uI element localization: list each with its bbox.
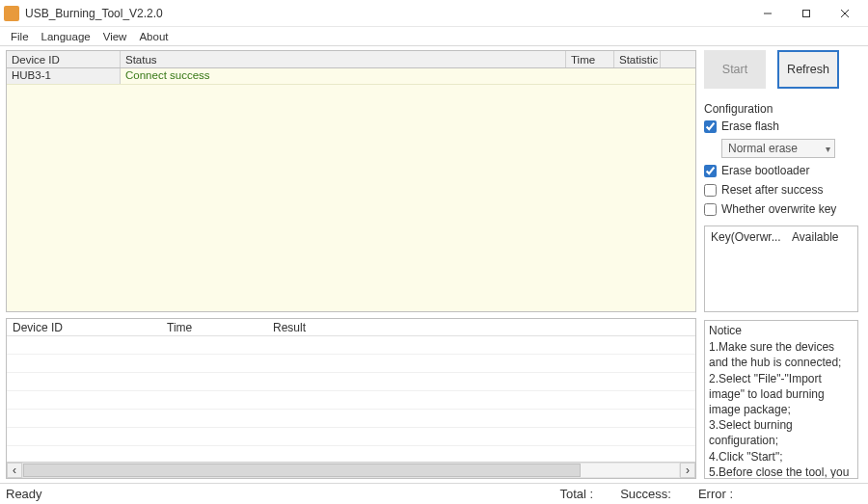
erase-bootloader-label: Erase bootloader	[721, 164, 809, 177]
reset-after-checkbox[interactable]	[704, 184, 717, 197]
erase-flash-label: Erase flash	[721, 119, 779, 133]
result-body	[7, 336, 695, 462]
status-error: Error :	[685, 487, 746, 501]
reset-after-label: Reset after success	[721, 183, 823, 197]
erase-mode-value: Normal erase	[728, 142, 798, 155]
col-header-status[interactable]: Status	[121, 51, 566, 67]
result-row	[7, 410, 695, 428]
result-table-header: Device ID Time Result	[7, 319, 695, 336]
rcol-header-result[interactable]: Result	[267, 319, 695, 335]
col-header-statistic[interactable]: Statistic	[614, 51, 661, 67]
device-table-header: Device ID Status Time Statistic	[7, 51, 695, 68]
svg-rect-1	[803, 10, 810, 16]
horizontal-scrollbar[interactable]: ‹ ›	[7, 462, 695, 478]
window-title: USB_Burning_Tool_V2.2.0	[25, 7, 748, 20]
notice-title: Notice	[709, 323, 854, 338]
close-button[interactable]	[826, 2, 864, 25]
key-table-header: Key(Overwr... Available	[711, 230, 852, 244]
configuration-group: Erase flash Normal erase ▾ Erase bootloa…	[704, 119, 858, 216]
menu-about[interactable]: About	[134, 29, 173, 44]
cell-statistic	[649, 68, 695, 84]
scroll-right-icon[interactable]: ›	[680, 463, 695, 478]
scroll-thumb[interactable]	[23, 464, 581, 477]
overwrite-key-row[interactable]: Whether overwrite key	[704, 202, 858, 216]
notice-box: Notice 1.Make sure the devices and the h…	[704, 320, 858, 479]
status-ready: Ready	[6, 487, 66, 501]
main-area: Device ID Status Time Statistic HUB3-1 C…	[0, 46, 868, 483]
left-column: Device ID Status Time Statistic HUB3-1 C…	[0, 46, 702, 483]
notice-line: 3.Select burning configuration;	[709, 417, 854, 448]
reset-after-row[interactable]: Reset after success	[704, 183, 858, 197]
cell-device-id: HUB3-1	[7, 68, 121, 84]
key-col1: Key(Overwr...	[711, 230, 784, 244]
overwrite-key-label: Whether overwrite key	[721, 202, 836, 216]
cell-time	[601, 68, 649, 84]
notice-line: 2.Select "File"-"Import image" to load b…	[709, 371, 854, 418]
minimize-button[interactable]	[748, 2, 787, 25]
menu-language[interactable]: Language	[37, 29, 95, 44]
start-button[interactable]: Start	[704, 50, 766, 89]
status-total: Total :	[546, 487, 607, 501]
right-panel: Start Refresh Configuration Erase flash …	[702, 46, 868, 483]
erase-flash-row[interactable]: Erase flash	[704, 119, 858, 133]
scroll-track[interactable]	[22, 463, 680, 478]
refresh-button[interactable]: Refresh	[777, 50, 839, 89]
statusbar: Ready Total : Success: Error :	[0, 483, 868, 504]
col-header-extra[interactable]	[661, 51, 695, 67]
cell-status: Connect success	[121, 68, 601, 84]
erase-bootloader-checkbox[interactable]	[704, 165, 717, 177]
table-row[interactable]: HUB3-1 Connect success	[7, 68, 695, 85]
result-table: Device ID Time Result ‹ ›	[6, 318, 696, 479]
erase-flash-checkbox[interactable]	[704, 120, 717, 133]
titlebar: USB_Burning_Tool_V2.2.0	[0, 0, 868, 27]
button-row: Start Refresh	[704, 50, 858, 89]
key-table: Key(Overwr... Available	[704, 225, 858, 312]
status-success: Success:	[607, 487, 685, 501]
key-col2: Available	[792, 230, 838, 244]
configuration-title: Configuration	[704, 102, 858, 116]
app-icon	[4, 6, 19, 21]
rcol-header-device[interactable]: Device ID	[7, 319, 161, 335]
col-header-time[interactable]: Time	[566, 51, 614, 67]
chevron-down-icon: ▾	[826, 144, 830, 154]
notice-line: 1.Make sure the devices and the hub is c…	[709, 339, 854, 370]
menubar: File Language View About	[0, 27, 868, 46]
result-row	[7, 428, 695, 446]
erase-bootloader-row[interactable]: Erase bootloader	[704, 164, 858, 177]
maximize-button[interactable]	[787, 2, 826, 25]
overwrite-key-checkbox[interactable]	[704, 203, 717, 216]
scroll-left-icon[interactable]: ‹	[7, 463, 22, 478]
notice-line: 5.Before close the tool, you need to pul…	[709, 464, 854, 479]
rcol-header-time[interactable]: Time	[161, 319, 267, 335]
menu-file[interactable]: File	[6, 29, 34, 44]
result-row	[7, 373, 695, 391]
notice-line: 4.Click "Start";	[709, 449, 854, 464]
col-header-device[interactable]: Device ID	[7, 51, 121, 67]
menu-view[interactable]: View	[98, 29, 132, 44]
result-row	[7, 336, 695, 355]
result-row	[7, 355, 695, 373]
device-table: Device ID Status Time Statistic HUB3-1 C…	[6, 50, 696, 312]
result-row	[7, 391, 695, 410]
erase-mode-select[interactable]: Normal erase ▾	[721, 139, 835, 158]
